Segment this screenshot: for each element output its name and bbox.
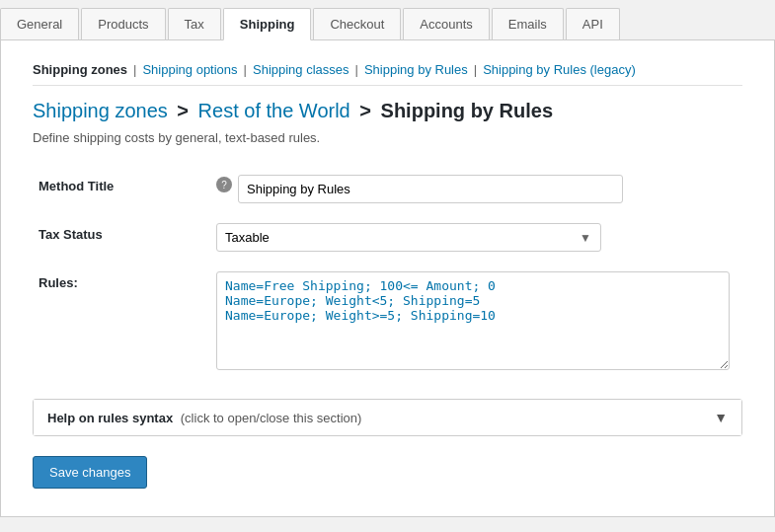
breadcrumb-shipping-zones-link[interactable]: Shipping zones [33,100,168,121]
subnav-shipping-options[interactable]: Shipping options [142,62,237,77]
method-title-label: Method Title [33,165,210,213]
content-inner: Shipping zones | Shipping options | Ship… [17,52,758,504]
rules-field-cell: Name=Free Shipping; 100<= Amount; 0 Name… [210,262,742,383]
tax-status-select-wrap: Taxable None ▼ [216,223,601,252]
top-tabs: General Products Tax Shipping Checkout A… [0,0,775,40]
breadcrumb-sep-2: > [359,100,376,121]
tab-general[interactable]: General [0,8,79,39]
sub-nav: Shipping zones | Shipping options | Ship… [33,62,742,86]
tax-status-field-cell: Taxable None ▼ [210,213,742,262]
subnav-sep-4: | [474,62,477,77]
help-section-title: Help on rules syntax [47,411,173,425]
breadcrumb-current: Shipping by Rules [381,100,553,121]
help-section-arrow-icon: ▼ [714,410,728,425]
help-section: Help on rules syntax (click to open/clos… [33,399,742,436]
form-table: Method Title ? Tax Status [33,165,742,383]
help-section-header-text: Help on rules syntax (click to open/clos… [47,411,361,425]
tab-products[interactable]: Products [81,8,165,39]
subnav-shipping-by-rules-legacy[interactable]: Shipping by Rules (legacy) [483,62,636,77]
breadcrumb: Shipping zones > Rest of the World > Shi… [33,100,742,122]
tab-tax[interactable]: Tax [168,8,221,39]
breadcrumb-sep-1: > [177,100,194,121]
tab-api[interactable]: API [566,8,620,39]
subnav-shipping-zones[interactable]: Shipping zones [33,62,127,77]
page-description: Define shipping costs by general, text-b… [33,130,742,145]
method-title-row: Method Title ? [33,165,742,213]
subnav-sep-1: | [133,62,136,77]
tab-emails[interactable]: Emails [492,8,564,39]
subnav-shipping-by-rules[interactable]: Shipping by Rules [364,62,468,77]
subnav-sep-2: | [244,62,247,77]
tab-checkout[interactable]: Checkout [313,8,401,39]
method-title-field-cell: ? [210,165,742,213]
help-section-toggle[interactable]: Help on rules syntax (click to open/clos… [34,400,741,435]
tab-accounts[interactable]: Accounts [403,8,489,39]
subnav-shipping-classes[interactable]: Shipping classes [253,62,349,77]
tax-status-label: Tax Status [33,213,210,262]
help-section-subtitle: (click to open/close this section) [181,411,362,425]
page-wrapper: General Products Tax Shipping Checkout A… [0,0,775,532]
tax-status-select[interactable]: Taxable None [216,223,601,252]
method-title-input[interactable] [238,175,623,203]
rules-row: Rules: Name=Free Shipping; 100<= Amount;… [33,262,742,383]
tab-shipping[interactable]: Shipping [223,8,312,40]
method-title-field-wrap: ? [216,175,736,203]
main-content: Shipping zones | Shipping options | Ship… [0,40,775,517]
breadcrumb-world-link[interactable]: Rest of the World [198,100,350,121]
tax-status-row: Tax Status Taxable None ▼ [33,213,742,262]
subnav-sep-3: | [355,62,358,77]
save-button[interactable]: Save changes [33,456,147,489]
rules-textarea[interactable]: Name=Free Shipping; 100<= Amount; 0 Name… [216,271,730,370]
method-title-help-icon[interactable]: ? [216,177,232,192]
rules-label: Rules: [33,262,210,383]
